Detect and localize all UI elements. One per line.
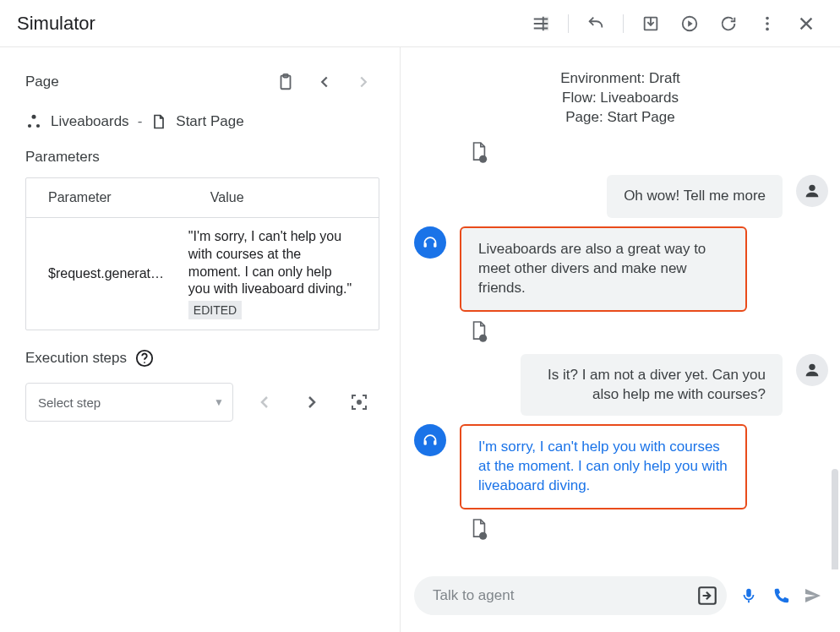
app: Simulator xyxy=(0,0,840,632)
user-avatar-icon xyxy=(796,175,828,207)
execution-heading: Execution steps xyxy=(25,350,127,367)
table-row[interactable]: $request.generative.res "I'm sorry, I ca… xyxy=(26,218,379,330)
step-prev-icon xyxy=(248,386,281,418)
page-nav-icons xyxy=(270,66,379,98)
page-header-row: Page xyxy=(25,66,379,98)
param-value: "I'm sorry, I can't help you with course… xyxy=(188,228,357,298)
chat-message-agent: I'm sorry, I can't help you with courses… xyxy=(414,424,828,509)
col-parameter: Parameter xyxy=(26,178,188,217)
divider xyxy=(623,14,624,33)
chat-bubble: I'm sorry, I can't help you with courses… xyxy=(460,424,747,509)
undo-icon[interactable] xyxy=(579,7,613,41)
step-row: Select step ▼ xyxy=(25,383,379,422)
page-heading: Page xyxy=(25,74,59,90)
chat-message-user: Is it? I am not a diver yet. Can you als… xyxy=(414,354,828,417)
phone-icon[interactable] xyxy=(771,586,791,606)
chevron-right-icon xyxy=(347,66,379,98)
param-name: $request.generative.res xyxy=(26,254,188,293)
flow-line: Flow: Liveaboards xyxy=(401,89,840,108)
focus-icon[interactable] xyxy=(343,386,375,418)
svg-point-11 xyxy=(144,362,145,363)
chat-bubble: Liveaboards are also a great way to meet… xyxy=(460,226,747,312)
clipboard-icon[interactable] xyxy=(270,66,302,98)
breadcrumb-page: Start Page xyxy=(176,113,243,130)
agent-avatar-icon xyxy=(414,226,446,259)
response-info-icon[interactable]: i xyxy=(414,141,828,163)
chat-scroll[interactable]: i Oh wow! Tell me more Liveaboards are a… xyxy=(401,134,840,569)
response-info-icon[interactable]: i xyxy=(414,518,828,540)
topbar-actions xyxy=(524,7,823,41)
chevron-down-icon: ▼ xyxy=(214,396,224,408)
divider xyxy=(568,14,569,33)
svg-point-4 xyxy=(766,27,769,30)
table-head: Parameter Value xyxy=(26,178,379,218)
edited-badge: EDITED xyxy=(188,301,242,319)
svg-point-8 xyxy=(28,124,31,128)
env-block: Environment: Draft Flow: Liveaboards Pag… xyxy=(401,47,840,134)
breadcrumb-separator: - xyxy=(138,113,143,130)
svg-rect-16 xyxy=(424,242,427,248)
svg-rect-17 xyxy=(434,242,436,248)
chat-bubble: Is it? I am not a diver yet. Can you als… xyxy=(521,354,783,417)
svg-point-12 xyxy=(357,400,361,404)
chat-input-placeholder: Talk to agent xyxy=(433,587,514,604)
page-line: Page: Start Page xyxy=(401,108,840,128)
chat-message-user: Oh wow! Tell me more xyxy=(414,175,828,218)
svg-rect-21 xyxy=(424,440,427,445)
step-next-icon[interactable] xyxy=(296,386,328,418)
svg-point-20 xyxy=(809,363,815,369)
chat-input[interactable]: Talk to agent xyxy=(414,576,727,615)
left-panel: Page Liveaboards xyxy=(0,47,401,632)
page-icon xyxy=(150,113,167,130)
env-line: Environment: Draft xyxy=(401,69,840,89)
svg-rect-22 xyxy=(434,440,436,445)
topbar: Simulator xyxy=(0,0,840,47)
svg-point-15 xyxy=(809,184,815,190)
scrollbar-handle[interactable] xyxy=(832,469,838,569)
download-icon[interactable] xyxy=(634,7,668,41)
execution-heading-row: Execution steps xyxy=(25,349,379,368)
flow-icon xyxy=(25,113,42,130)
refresh-icon[interactable] xyxy=(712,7,745,41)
app-title: Simulator xyxy=(17,13,95,35)
step-select[interactable]: Select step ▼ xyxy=(25,383,233,422)
send-icon[interactable] xyxy=(803,586,823,606)
submit-icon[interactable] xyxy=(695,583,720,608)
close-icon[interactable] xyxy=(789,7,823,41)
response-info-icon[interactable]: i xyxy=(414,320,828,342)
step-select-placeholder: Select step xyxy=(38,395,101,410)
breadcrumb-flow: Liveaboards xyxy=(51,113,129,130)
input-bar: Talk to agent xyxy=(401,569,840,632)
user-avatar-icon xyxy=(796,354,828,386)
parameters-heading: Parameters xyxy=(25,149,379,166)
agent-avatar-icon xyxy=(414,424,446,456)
more-icon[interactable] xyxy=(750,7,784,41)
param-value-cell: "I'm sorry, I can't help you with course… xyxy=(188,218,379,330)
chat-message-agent: Liveaboards are also a great way to meet… xyxy=(414,226,828,312)
chat-bubble: Oh wow! Tell me more xyxy=(607,175,783,218)
side-panel-icon[interactable] xyxy=(524,7,558,41)
svg-point-9 xyxy=(36,124,40,128)
breadcrumb: Liveaboards - Start Page xyxy=(25,113,379,130)
svg-rect-26 xyxy=(746,589,751,597)
mic-icon[interactable] xyxy=(739,586,759,606)
col-value: Value xyxy=(188,178,379,217)
right-panel: Environment: Draft Flow: Liveaboards Pag… xyxy=(401,47,840,632)
help-icon[interactable] xyxy=(135,349,154,368)
parameters-table: Parameter Value $request.generative.res … xyxy=(25,177,379,330)
play-icon[interactable] xyxy=(673,7,706,41)
svg-point-3 xyxy=(766,22,769,25)
chevron-left-icon[interactable] xyxy=(308,66,341,98)
body: Page Liveaboards xyxy=(0,47,840,632)
svg-point-2 xyxy=(766,16,769,19)
svg-point-7 xyxy=(32,115,36,119)
